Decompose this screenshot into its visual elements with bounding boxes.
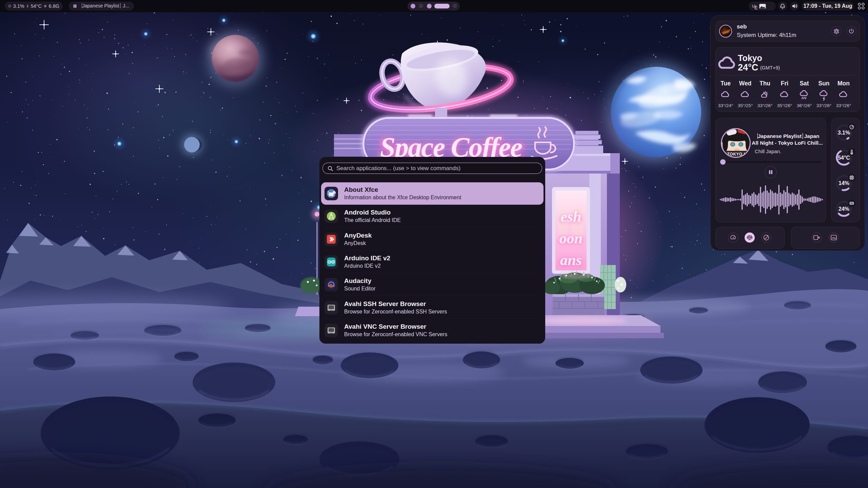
svg-text:ans: ans xyxy=(560,252,582,268)
svg-text:oon: oon xyxy=(559,230,583,247)
svg-text:esh: esh xyxy=(560,208,581,225)
